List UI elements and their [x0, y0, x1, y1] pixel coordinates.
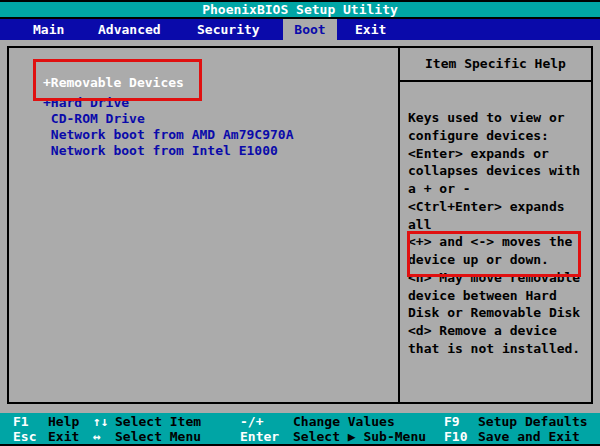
help-line: a + or -: [408, 180, 590, 198]
tab-advanced[interactable]: Advanced: [98, 19, 161, 40]
label-help: Help: [48, 414, 79, 429]
help-line: collapses devices with: [408, 162, 590, 180]
help-line: device between Hard: [408, 287, 590, 305]
tab-exit[interactable]: Exit: [355, 19, 386, 40]
title-bar: PhoenixBIOS Setup Utility: [0, 0, 600, 19]
label-setup-defaults: Setup Defaults: [478, 414, 588, 429]
key-enter: Enter: [240, 429, 279, 444]
help-line: Keys used to view or: [408, 109, 590, 127]
footer-keybar: F1 Help ↑↓ Select Item -/+ Change Values…: [0, 413, 600, 446]
help-line: that is not installed.: [408, 340, 590, 358]
help-line: <Ctrl+Enter> expands: [408, 198, 590, 216]
help-panel-title: Item Specific Help: [398, 46, 593, 82]
annotation-box-move-keys-help: [407, 231, 581, 277]
key-minus-plus: -/+: [240, 414, 263, 429]
key-f1: F1: [13, 414, 29, 429]
tab-boot-active[interactable]: Boot: [283, 19, 337, 40]
help-line: <Enter> expands or: [408, 145, 590, 163]
footer-row-1: F1 Help ↑↓ Select Item -/+ Change Values…: [0, 414, 600, 429]
boot-item-network-intel[interactable]: Network boot from Intel E1000: [43, 143, 278, 159]
bios-setup-screen: PhoenixBIOS Setup Utility Main Advanced …: [0, 0, 600, 446]
help-line: configure devices:: [408, 127, 590, 145]
label-select-menu: Select Menu: [115, 429, 201, 444]
menu-bar: Main Advanced Security Boot Exit: [0, 19, 600, 40]
tab-security[interactable]: Security: [197, 19, 260, 40]
app-title: PhoenixBIOS Setup Utility: [202, 2, 398, 17]
label-select-item: Select Item: [115, 414, 201, 429]
key-f10: F10: [444, 429, 467, 444]
help-line: Disk or Removable Disk: [408, 304, 590, 322]
label-select-submenu: Select ▶ Sub-Menu: [293, 429, 426, 444]
label-save-and-exit: Save and Exit: [478, 429, 580, 444]
key-f9: F9: [444, 414, 460, 429]
help-line: <d> Remove a device: [408, 322, 590, 340]
label-change-values: Change Values: [293, 414, 395, 429]
footer-row-2: Esc Exit ↔ Select Menu Enter Select ▶ Su…: [0, 429, 600, 444]
key-leftright-icon: ↔: [93, 429, 101, 444]
boot-item-network-amd[interactable]: Network boot from AMD Am79C970A: [43, 127, 293, 143]
label-exit: Exit: [48, 429, 79, 444]
tab-main[interactable]: Main: [33, 19, 64, 40]
key-esc: Esc: [13, 429, 36, 444]
key-updown-icon: ↑↓: [93, 414, 109, 429]
boot-item-cdrom-drive[interactable]: CD-ROM Drive: [43, 111, 145, 127]
annotation-box-removable-devices: [33, 59, 202, 101]
